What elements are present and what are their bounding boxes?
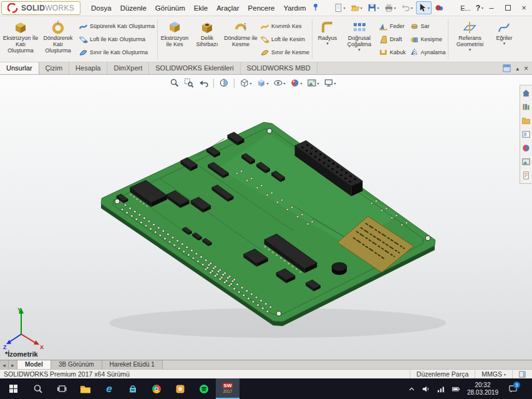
close-button[interactable]: ×: [516, 1, 532, 15]
shell-button[interactable]: Kabuk: [379, 47, 406, 57]
orange-app-taskbar-icon[interactable]: [168, 378, 192, 399]
linear-pattern-button[interactable]: Doğrusal Çoğaltma ▾: [342, 17, 376, 61]
hud-separator: [213, 79, 213, 88]
draft-button[interactable]: Draft: [379, 35, 406, 44]
toolbar-overflow-label[interactable]: E...: [460, 4, 471, 12]
tab-dimxpert[interactable]: DimXpert: [107, 62, 149, 74]
appearances-icon[interactable]: [521, 143, 531, 153]
edit-appearance-button[interactable]: ▾: [289, 77, 302, 89]
tab-3d-views[interactable]: 3B Görünüm: [51, 360, 102, 369]
tab-unsurlar[interactable]: Unsurlar: [0, 62, 39, 74]
wrap-button[interactable]: Sar: [410, 22, 446, 31]
search-button[interactable]: [26, 378, 50, 399]
help-button[interactable]: ?: [476, 4, 480, 12]
mirror-button[interactable]: Aynalama: [410, 47, 446, 57]
solidworks-taskbar-icon[interactable]: SW 2017: [216, 378, 239, 399]
hole-wizard-button[interactable]: Delik Sihirbazı: [191, 17, 223, 61]
task-pane-toggle[interactable]: [512, 370, 532, 378]
fillet-caret-icon[interactable]: ▾: [326, 41, 329, 46]
home-icon[interactable]: [521, 89, 531, 98]
extruded-cut-button[interactable]: Ekstrüzyon ile Kes: [159, 17, 190, 61]
graphics-viewport[interactable]: ▾ ▾ ▾ ▾ ▾ ▾ Y X Z *İzometrik: [0, 75, 532, 360]
revolved-cut-button[interactable]: Döndürme ile Kesme: [224, 17, 258, 61]
tab-cizim[interactable]: Çizim: [39, 62, 70, 74]
taskbar-clock[interactable]: 20:32 28.03.2019: [467, 382, 498, 396]
tab-motion-study[interactable]: Hareket Etüdü 1: [102, 360, 163, 369]
menu-duzenle[interactable]: Düzenle: [116, 2, 151, 14]
spotify-taskbar-icon[interactable]: [192, 378, 216, 399]
pin-menu-icon[interactable]: [312, 2, 319, 14]
swept-cut-button[interactable]: Kıvrımlı Kes: [260, 22, 309, 31]
solidworks-logo[interactable]: SOLIDWORKS: [1, 1, 80, 15]
chrome-taskbar-icon[interactable]: [145, 378, 168, 399]
scene-icon[interactable]: [521, 157, 531, 166]
menu-ekle[interactable]: Ekle: [190, 2, 212, 14]
fillet-button[interactable]: Radyus ▾: [314, 17, 341, 61]
design-library-icon[interactable]: [521, 102, 531, 112]
linear-pattern-caret-icon[interactable]: ▾: [358, 47, 360, 52]
save-button[interactable]: ▾: [365, 1, 381, 14]
view-palette-icon[interactable]: [521, 130, 531, 139]
open-button[interactable]: ▾: [349, 1, 364, 14]
units-selector[interactable]: MMGS▾: [475, 370, 512, 378]
menu-yardim[interactable]: Yardım: [279, 2, 310, 14]
reference-geometry-caret-icon[interactable]: ▾: [469, 47, 472, 52]
tab-scroll-left-button[interactable]: ◀: [0, 360, 9, 369]
draft-label: Draft: [390, 36, 402, 42]
menu-dosya[interactable]: Dosya: [87, 2, 116, 14]
custom-properties-icon[interactable]: [521, 171, 531, 180]
tab-hesapla[interactable]: Hesapla: [69, 62, 107, 74]
restore-button[interactable]: [500, 1, 516, 15]
undo-button[interactable]: ▾: [399, 1, 415, 14]
menu-pencere[interactable]: Pencere: [244, 2, 279, 14]
edge-taskbar-icon[interactable]: e: [97, 378, 121, 399]
pcb-model[interactable]: [0, 75, 532, 360]
view-settings-button[interactable]: ▾: [323, 77, 337, 89]
rib-button[interactable]: Feder: [379, 22, 406, 31]
file-explorer-taskbar-icon[interactable]: [74, 378, 97, 399]
apply-scene-button[interactable]: ▾: [306, 77, 319, 89]
intersect-button[interactable]: Kesişme: [410, 35, 446, 44]
tab-sw-mbd[interactable]: SOLIDWORKS MBD: [241, 62, 317, 74]
battery-icon[interactable]: [452, 385, 461, 393]
orientation-triad[interactable]: Y X Z: [2, 304, 46, 354]
extruded-boss-button[interactable]: Ekstrüzyon İle Katı Oluşturma: [2, 17, 39, 61]
task-view-button[interactable]: [50, 378, 74, 399]
curves-caret-icon[interactable]: ▾: [503, 41, 506, 46]
network-icon[interactable]: [437, 385, 445, 393]
lofted-cut-button[interactable]: Loft ile Kesim: [260, 35, 309, 44]
menu-araclar[interactable]: Araçlar: [212, 2, 243, 14]
action-center-button[interactable]: 5: [505, 378, 521, 399]
close-pane-icon[interactable]: ×: [524, 64, 528, 73]
tab-model[interactable]: Model: [17, 360, 51, 369]
view-orientation-button[interactable]: ▾: [238, 77, 252, 89]
zoom-area-button[interactable]: [183, 77, 194, 89]
zoom-fit-button[interactable]: [168, 77, 180, 89]
hide-show-items-button[interactable]: ▾: [272, 77, 286, 89]
collapse-ribbon-icon[interactable]: ▴: [516, 65, 519, 72]
display-style-button[interactable]: ▾: [255, 77, 269, 89]
tab-scroll-right-button[interactable]: ▶: [9, 360, 17, 369]
section-view-button[interactable]: [218, 77, 229, 89]
menu-gorunum[interactable]: Görünüm: [151, 2, 190, 14]
new-document-button[interactable]: ▾: [332, 1, 347, 14]
print-button[interactable]: ▾: [382, 1, 398, 14]
volume-icon[interactable]: [422, 385, 430, 393]
reference-geometry-button[interactable]: Referans Geometrisi ▾: [450, 17, 490, 61]
store-taskbar-icon[interactable]: [121, 378, 145, 399]
start-button[interactable]: [0, 378, 26, 399]
options-button[interactable]: [433, 1, 446, 14]
boundary-cut-button[interactable]: Sınır ile Kesme: [260, 47, 309, 57]
lofted-boss-button[interactable]: Loft ile Katı Oluşturma: [79, 35, 155, 44]
display-pane-icon[interactable]: [503, 64, 511, 72]
minimize-button[interactable]: –: [483, 1, 500, 15]
file-explorer-icon[interactable]: [521, 116, 531, 125]
select-tool-button[interactable]: ▾: [416, 1, 432, 14]
tray-expand-icon[interactable]: [408, 385, 415, 393]
previous-view-button[interactable]: [197, 77, 208, 89]
boundary-boss-button[interactable]: Sınır ile Katı Oluşturma: [79, 47, 155, 57]
tab-sw-eklentileri[interactable]: SOLIDWORKS Eklentileri: [149, 62, 240, 74]
curves-button[interactable]: Eğriler ▾: [491, 17, 517, 61]
revolved-boss-button[interactable]: Döndürerek Katı Oluşturma: [40, 17, 76, 61]
swept-boss-button[interactable]: Süpürerek Katı Oluşturma: [79, 22, 155, 31]
